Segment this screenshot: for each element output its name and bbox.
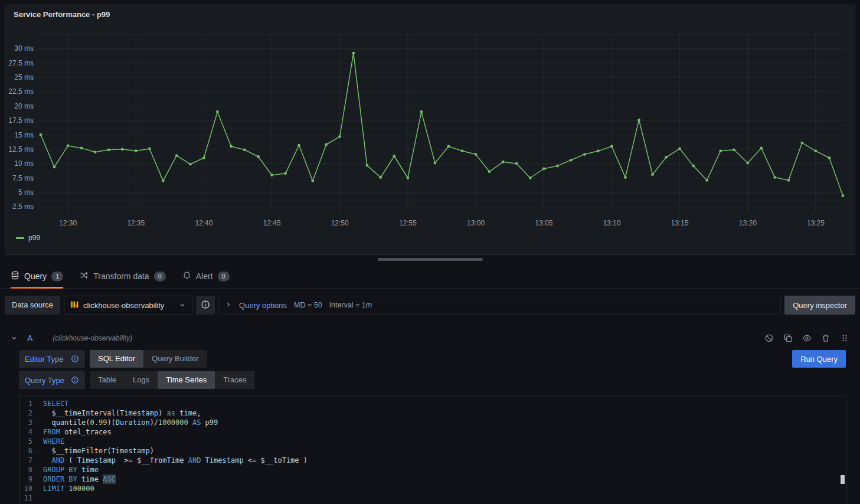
svg-text:22.5 ms: 22.5 ms: [8, 87, 34, 96]
query-type-label: Query Type: [19, 371, 85, 389]
sql-code-editor[interactable]: 1SELECT2 $__timeInterval(Timestamp) as t…: [19, 395, 846, 504]
info-circle-icon[interactable]: [71, 376, 79, 384]
tab-transform-data[interactable]: Transform data 0: [80, 264, 166, 288]
svg-text:30 ms: 30 ms: [14, 44, 34, 53]
query-ref-id[interactable]: A: [27, 333, 32, 343]
code-line[interactable]: 2 $__timeInterval(Timestamp) as time,: [19, 408, 846, 418]
svg-text:25 ms: 25 ms: [14, 73, 34, 81]
svg-text:13:20: 13:20: [739, 219, 757, 227]
p99-line-chart[interactable]: 2.5 ms5 ms7.5 ms10 ms12.5 ms15 ms17.5 ms…: [5, 20, 855, 231]
query-inspector-button[interactable]: Query inspector: [784, 296, 855, 315]
query-row-actions: [764, 333, 849, 343]
svg-text:12:35: 12:35: [127, 219, 145, 227]
database-icon: [11, 271, 19, 282]
datasource-help-button[interactable]: [196, 296, 215, 315]
code-line[interactable]: 3 quantile(0.99)(Duration)/1000000 AS p9…: [19, 418, 846, 427]
editor-type-label: Editor Type: [19, 350, 85, 368]
editor-type-option-sql-editor[interactable]: SQL Editor: [90, 350, 143, 368]
svg-text:27.5 ms: 27.5 ms: [8, 59, 34, 67]
line-number: 1: [19, 399, 43, 408]
tab-query-label: Query: [24, 271, 47, 281]
editor-type-radio-group: SQL Editor Query Builder: [90, 350, 207, 368]
legend-label-p99[interactable]: p99: [28, 234, 40, 242]
line-number: 6: [19, 446, 43, 456]
datasource-picker[interactable]: clickhouse-observability: [64, 296, 192, 315]
svg-text:20 ms: 20 ms: [14, 102, 34, 110]
tab-transform-label: Transform data: [93, 271, 149, 281]
tab-alert-label: Alert: [196, 271, 213, 281]
editor-type-row: Editor Type SQL Editor Query Builder Run…: [19, 350, 855, 368]
bell-icon: [182, 271, 191, 282]
run-query-button[interactable]: Run Query: [792, 350, 846, 368]
line-number: 11: [19, 493, 43, 503]
line-number: 4: [19, 427, 43, 437]
query-type-option-traces[interactable]: Traces: [215, 371, 254, 389]
code-line[interactable]: 10LIMIT 100000: [19, 484, 846, 493]
disable-query-icon[interactable]: [764, 333, 774, 343]
sql-code-lines[interactable]: 1SELECT2 $__timeInterval(Timestamp) as t…: [19, 399, 846, 503]
code-line[interactable]: 11: [19, 493, 846, 503]
query-options-bar[interactable]: Query options MD = 50 Interval = 1m: [218, 296, 781, 315]
svg-text:15 ms: 15 ms: [14, 131, 34, 139]
query-type-option-logs[interactable]: Logs: [125, 371, 158, 389]
datasource-picker-value: clickhouse-observability: [83, 301, 164, 310]
tab-query[interactable]: Query 1: [11, 264, 63, 288]
tab-alert-count-badge: 0: [218, 271, 230, 282]
duplicate-query-icon[interactable]: [783, 333, 793, 343]
line-number: 8: [19, 465, 43, 474]
editor-type-option-query-builder[interactable]: Query Builder: [143, 350, 207, 368]
chart-legend[interactable]: p99: [5, 231, 855, 242]
query-datasource-hint: (clickhouse-observability): [53, 334, 132, 342]
tab-query-count-badge: 1: [51, 271, 63, 282]
svg-text:17.5 ms: 17.5 ms: [8, 116, 34, 125]
svg-text:2.5 ms: 2.5 ms: [12, 202, 34, 211]
editor-tab-bar: Query 1 Transform data 0 Alert 0: [0, 264, 860, 289]
svg-text:12.5 ms: 12.5 ms: [8, 145, 34, 153]
info-circle-icon: [201, 300, 210, 311]
svg-text:13:25: 13:25: [807, 219, 825, 227]
query-editor-card: A (clickhouse-observability) Editor Type…: [5, 330, 855, 504]
datasource-row: Data source clickhouse-observability Que…: [5, 296, 855, 315]
query-type-option-time-series[interactable]: Time Series: [158, 371, 215, 389]
code-line[interactable]: 9ORDER BY time ASC: [19, 474, 846, 484]
query-row-header: A (clickhouse-observability): [5, 330, 855, 346]
code-line[interactable]: 8GROUP BY time: [19, 465, 846, 474]
svg-text:13:00: 13:00: [467, 219, 485, 227]
transform-icon: [80, 271, 89, 282]
code-line[interactable]: 1SELECT: [19, 399, 846, 408]
editor-overview-ruler-marker: [841, 475, 845, 484]
svg-text:13:10: 13:10: [603, 219, 620, 227]
legend-swatch-p99: [16, 237, 24, 239]
query-type-radio-group: Table Logs Time Series Traces: [90, 371, 254, 389]
hide-response-icon[interactable]: [802, 333, 812, 343]
info-circle-icon[interactable]: [71, 355, 79, 363]
datasource-label: Data source: [5, 296, 60, 315]
query-type-option-table[interactable]: Table: [90, 371, 125, 389]
code-line[interactable]: 4FROM otel_traces: [19, 427, 846, 437]
line-number: 10: [19, 484, 43, 493]
svg-text:12:55: 12:55: [399, 219, 417, 227]
chevron-right-icon: [225, 301, 232, 310]
svg-text:12:45: 12:45: [263, 219, 281, 227]
line-number: 2: [19, 408, 43, 418]
query-options-link[interactable]: Query options: [239, 301, 287, 310]
horizontal-scrollbar[interactable]: [378, 258, 483, 261]
line-number: 5: [19, 437, 43, 446]
tab-transform-count-badge: 0: [154, 271, 166, 282]
svg-text:13:15: 13:15: [671, 219, 689, 227]
chevron-down-icon: [179, 302, 186, 309]
drag-handle-icon[interactable]: [840, 333, 849, 343]
code-line[interactable]: 5WHERE: [19, 437, 846, 446]
remove-query-icon[interactable]: [821, 333, 830, 343]
svg-text:12:30: 12:30: [59, 219, 77, 227]
query-type-row: Query Type Table Logs Time Series Traces: [19, 371, 855, 389]
line-number: 3: [19, 418, 43, 427]
code-line[interactable]: 7 AND ( Timestamp >= $__fromTime AND Tim…: [19, 456, 846, 465]
svg-text:12:50: 12:50: [331, 219, 349, 227]
tab-alert[interactable]: Alert 0: [182, 264, 230, 288]
panel-title: Service Performance - p99: [5, 5, 855, 20]
svg-text:13:05: 13:05: [535, 219, 552, 227]
line-number: 9: [19, 474, 43, 484]
collapse-query-icon[interactable]: [11, 335, 18, 342]
code-line[interactable]: 6 $__timeFilter(Timestamp): [19, 446, 846, 456]
